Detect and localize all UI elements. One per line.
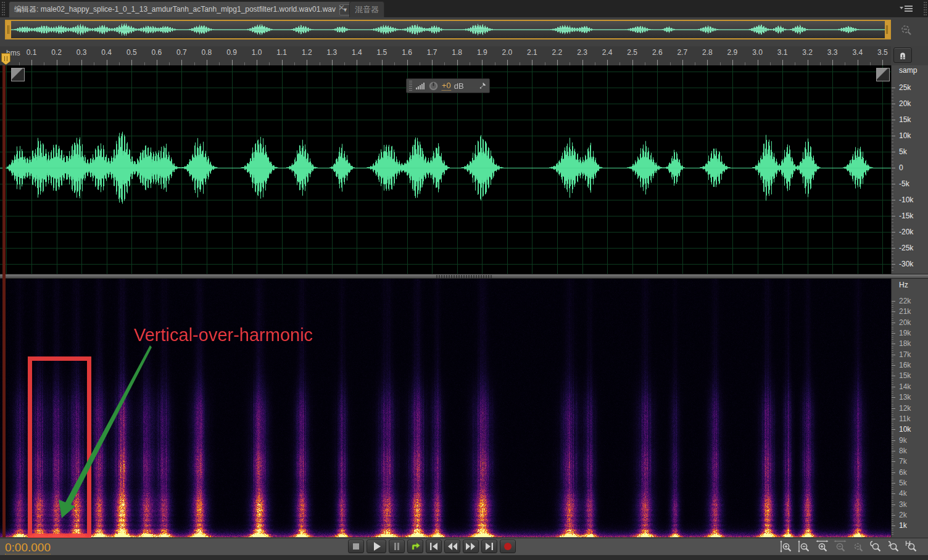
frequency-label: 21k [899,307,911,316]
zoom-to-selection-button[interactable] [904,540,919,553]
amplitude-tick [892,216,895,216]
zoom-out-vertical-button[interactable] [797,540,812,553]
zoom-full-reset-button[interactable] [850,540,866,553]
panel-drag-grip-left[interactable] [1,2,6,15]
gain-hud[interactable]: +0 dB [406,78,490,93]
range-handle-right[interactable] [885,21,890,38]
frequency-label: 18k [899,339,911,348]
transport-record-button[interactable] [500,540,516,553]
transport-loop-button[interactable] [407,540,423,553]
waveform-panel[interactable] [0,65,891,274]
tab-close-icon[interactable]: ✕ [338,4,345,12]
frequency-tick [892,311,895,312]
splitter-grip[interactable] [436,275,492,278]
transport-go-to-start-button[interactable] [426,540,442,553]
corner-grip-top-left[interactable] [11,68,25,81]
frequency-label: 8k [899,447,907,455]
ruler-tick [682,60,683,65]
frequency-scale[interactable]: Hz 22k21k20k19k18k17k16k15k14k13k12k11k1… [891,279,928,537]
ruler-label: 1.7 [427,48,437,57]
panel-tab-bar: 编辑器: male02_happy_splice-1_0_1_13_amdurT… [0,0,928,18]
zoom-out-horizontal-button[interactable] [832,540,848,553]
overview-strip [0,17,928,46]
amplitude-scale[interactable]: samp 25k20k15k10k5k0-5k-10k-15k-20k-25k-… [891,65,928,274]
ruler-label: 0.7 [176,48,187,57]
overview-waveform[interactable] [11,21,885,38]
snap-button[interactable] [893,47,912,63]
zoom-in-vertical-button[interactable] [779,540,794,553]
zoom-in-horizontal-button[interactable] [814,540,830,553]
panel-drag-grip-right[interactable] [923,2,928,15]
frequency-label: 13k [899,393,911,401]
window-bottom-edge [0,555,928,560]
transport-rewind-button[interactable] [444,540,460,553]
ruler-tick [832,60,833,65]
ruler-tick [81,60,82,65]
annotation-rectangle [28,356,91,538]
ruler-label: 0.9 [226,48,237,57]
ruler-label: 3.2 [802,48,813,57]
ruler-label: 2.5 [627,48,637,57]
frequency-tick [892,323,895,323]
ruler-label: 1.3 [326,48,337,57]
ruler-tick [707,60,708,65]
corner-grip-top-right[interactable] [876,68,890,81]
transport-controls [348,540,516,553]
zoom-in-selection-right-button[interactable] [886,540,901,553]
amplitude-label: -5k [899,179,909,188]
frequency-tick [892,472,895,473]
ruler-tick [657,60,658,65]
overview-range-selector[interactable] [5,20,891,39]
timeline-ruler[interactable]: hms 0.10.20.30.40.50.60.70.80.91.01.11.2… [0,46,891,66]
amplitude-label: 0 [899,163,903,172]
range-handle-left[interactable] [6,21,11,38]
ruler-tick [107,60,107,65]
ruler-tick [57,60,57,65]
ruler-label: 1.8 [452,48,462,57]
status-bar: 0:00.000 [0,538,928,555]
panel-menu-icon[interactable] [900,4,913,15]
amplitude-label: 20k [899,99,911,108]
amplitude-tick [892,264,895,265]
ruler-tick [732,60,733,65]
frequency-label: 20k [899,318,911,327]
gain-knob-icon[interactable] [428,81,439,91]
ruler-tick [307,60,307,65]
amplitude-label: -30k [899,260,913,268]
frequency-tick [892,515,895,516]
tab-mixer[interactable]: 混音器 [349,1,384,17]
transport-stop-button[interactable] [348,540,364,553]
frequency-tick [892,387,895,387]
zoom-in-selection-left-button[interactable] [868,540,884,553]
amplitude-label: 5k [899,147,907,156]
time-display[interactable]: 0:00.000 [5,541,51,554]
spectrogram-panel[interactable] [0,279,891,537]
overview-zoom-out-icon [898,22,914,41]
ruler-tick [532,60,532,65]
frequency-label: 4k [899,489,907,498]
transport-fast-forward-button[interactable] [463,540,479,553]
frequency-label: 1k [899,521,907,530]
levels-icon [415,81,425,90]
gain-value[interactable]: +0 [442,81,451,91]
tab-editor[interactable]: 编辑器: male02_happy_splice-1_0_1_13_amdurT… [9,1,357,17]
zoom-toolbar [779,540,919,553]
amplitude-label: -20k [899,228,913,236]
frequency-label: 3k [899,500,907,509]
ruler-tick [282,60,283,65]
amplitude-label: -25k [899,244,913,252]
ruler-label: 0.5 [126,48,137,57]
ruler-tick [157,60,157,65]
pin-icon[interactable] [478,81,487,90]
playhead-line[interactable] [2,65,6,537]
transport-play-button[interactable] [367,540,386,553]
hud-drag-grip[interactable] [409,81,412,91]
ruler-label: 1.1 [276,48,287,57]
ruler-label: 0.4 [101,48,112,57]
ruler-label: 1.5 [377,48,387,57]
transport-pause-button[interactable] [389,540,405,553]
panel-splitter[interactable] [0,274,928,279]
frequency-label: 2k [899,511,907,519]
amplitude-label: 10k [899,131,911,140]
transport-go-to-end-button[interactable] [481,540,497,553]
